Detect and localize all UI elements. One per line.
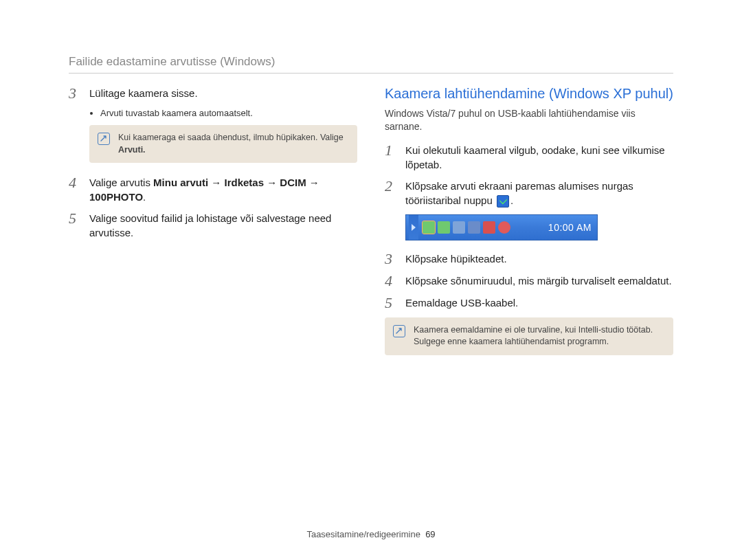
taskbar-screenshot: 10:00 AM	[405, 214, 598, 240]
step-number: 5	[385, 295, 397, 311]
right-column: Kaamera lahtiühendamine (Windows XP puhu…	[385, 86, 673, 368]
taskbar-stop-icon	[498, 221, 510, 234]
section-header: Failide edastamine arvutisse (Windows)	[69, 55, 673, 69]
subsection-heading: Kaamera lahtiühendamine (Windows XP puhu…	[385, 86, 673, 102]
note-icon	[393, 325, 405, 337]
step-text: Lülitage kaamera sisse.	[89, 86, 357, 101]
note-text: Kaamera eemaldamine ei ole turvaline, ku…	[414, 324, 664, 348]
step2-prefix: Klõpsake arvuti ekraani paremas alumises…	[405, 180, 633, 206]
intro-text: Windows Vista/7 puhul on USB-kaabli laht…	[385, 107, 673, 133]
path-part: Irdketas	[224, 177, 264, 188]
path-part: DCIM	[280, 177, 306, 188]
arrow: →	[306, 177, 319, 188]
note-text-a: Kui kaameraga ei saada ühendust, ilmub h…	[118, 133, 344, 142]
arrow: →	[264, 177, 280, 188]
step2-suffix: .	[510, 194, 513, 206]
taskbar-expand-icon	[409, 215, 418, 240]
step-number: 1	[385, 143, 397, 172]
step-text: Klõpsake hüpikteadet.	[405, 251, 673, 267]
step-3r: 3 Klõpsake hüpikteadet.	[385, 251, 673, 267]
step-text: Eemaldage USB-kaabel.	[405, 295, 673, 311]
step-text: Kui olekutuli kaameral vilgub, oodake, k…	[405, 143, 673, 172]
taskbar-clock: 10:00 AM	[548, 222, 592, 233]
arrow: →	[208, 177, 224, 188]
step-number: 3	[385, 251, 397, 267]
step-number: 4	[385, 273, 397, 289]
step-number: 3	[69, 86, 81, 101]
note-text-bold: Arvuti.	[118, 145, 146, 155]
step-number: 2	[385, 179, 397, 208]
taskbar-volume-icon	[483, 221, 495, 234]
taskbar-tray-icon-selected	[423, 221, 435, 234]
two-column-layout: 3 Lülitage kaamera sisse. Arvuti tuvasta…	[69, 86, 673, 368]
step-4: 4 Valige arvutis Minu arvuti → Irdketas …	[69, 175, 357, 204]
step-5: 5 Valige soovitud failid ja lohistage võ…	[69, 211, 357, 240]
note-box: Kui kaameraga ei saada ühendust, ilmub h…	[89, 125, 357, 163]
step-2: 2 Klõpsake arvuti ekraani paremas alumis…	[385, 179, 673, 208]
step-5r: 5 Eemaldage USB-kaabel.	[385, 295, 673, 311]
taskbar-monitor-icon	[468, 221, 480, 234]
step-3: 3 Lülitage kaamera sisse.	[69, 86, 357, 101]
page-footer: Taasesitamine/redigeerimine 69	[0, 529, 742, 539]
bullet-list: Arvuti tuvastab kaamera automaatselt.	[89, 108, 357, 118]
note-text: Kui kaameraga ei saada ühendust, ilmub h…	[118, 132, 348, 156]
step-text: Valige arvutis Minu arvuti → Irdketas → …	[89, 175, 357, 204]
step-1: 1 Kui olekutuli kaameral vilgub, oodake,…	[385, 143, 673, 172]
step-text: Klõpsake sõnumiruudul, mis märgib turval…	[405, 273, 673, 289]
note-icon	[98, 133, 110, 145]
step-number: 5	[69, 211, 81, 240]
step4-tail: .	[143, 191, 146, 203]
step-text: Klõpsake arvuti ekraani paremas alumises…	[405, 179, 673, 208]
left-column: 3 Lülitage kaamera sisse. Arvuti tuvasta…	[69, 86, 357, 368]
note-box: Kaamera eemaldamine ei ole turvaline, ku…	[385, 317, 673, 355]
step-number: 4	[69, 175, 81, 204]
step-text: Valige soovitud failid ja lohistage või …	[89, 211, 357, 240]
safely-remove-icon	[497, 195, 509, 208]
taskbar-network-icon	[453, 221, 465, 234]
path-part: 100PHOTO	[89, 191, 143, 203]
taskbar-shield-icon	[438, 221, 450, 234]
footer-label: Taasesitamine/redigeerimine	[306, 529, 420, 539]
page-number: 69	[425, 529, 435, 539]
step-4r: 4 Klõpsake sõnumiruudul, mis märgib turv…	[385, 273, 673, 289]
header-rule	[69, 73, 673, 74]
bullet-item: Arvuti tuvastab kaamera automaatselt.	[100, 108, 357, 118]
step4-prefix: Valige arvutis	[89, 177, 153, 188]
path-part: Minu arvuti	[153, 177, 208, 188]
